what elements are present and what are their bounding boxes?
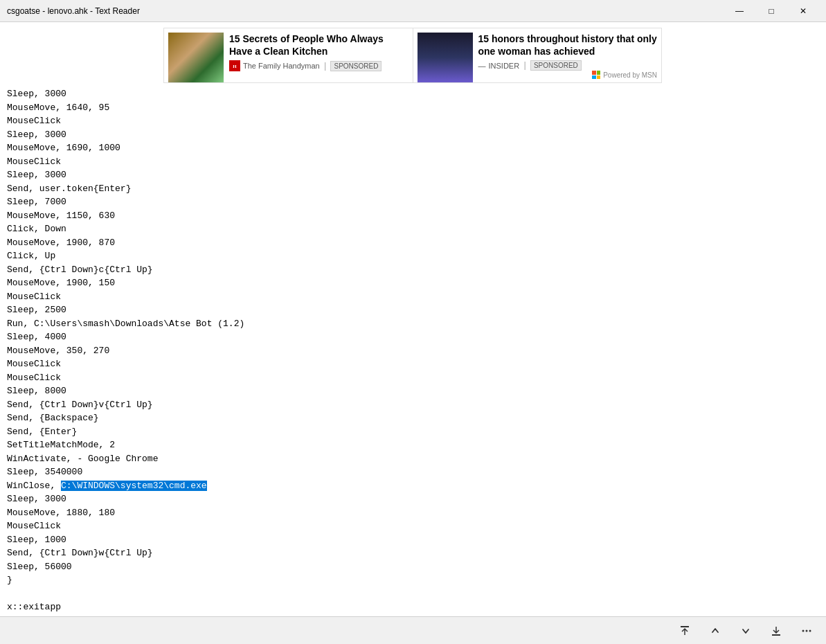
go-to-top-icon (679, 625, 690, 636)
msn-logo-icon (591, 70, 601, 80)
title-bar: csgoatse - lenovo.ahk - Text Reader — □ … (0, 0, 826, 22)
svg-point-4 (802, 629, 805, 632)
code-line: MouseMove, 1150, 630 (7, 209, 819, 223)
code-line: Send, {Ctrl Down}v{Ctrl Up} (7, 398, 819, 412)
ad-sponsored-2: SPONSORED (530, 60, 582, 71)
code-line: Send, {Ctrl Down}w{Ctrl Up} (7, 546, 819, 560)
code-line-highlighted: WinClose, C:\WINDOWS\system32\cmd.exe (7, 479, 819, 493)
close-button[interactable]: ✕ (787, 0, 819, 22)
code-line: MouseClick (7, 290, 819, 304)
code-line: Sleep, 8000 (7, 384, 819, 398)
svg-text:H: H (233, 64, 237, 69)
scroll-down-icon (740, 625, 751, 636)
code-line: Sleep, 3000 (7, 492, 819, 506)
ad-sponsored-1: SPONSORED (330, 61, 381, 71)
svg-point-6 (809, 629, 811, 632)
go-to-bottom-icon (771, 625, 782, 636)
svg-point-5 (806, 629, 808, 632)
main-area: 15 Secrets of People Who Always Have a C… (0, 22, 826, 616)
title-bar-controls: — □ ✕ (724, 0, 819, 22)
ad-content-2: 15 honors throughout history that only o… (478, 33, 658, 71)
more-options-icon (801, 625, 812, 636)
ad-banner: 15 Secrets of People Who Always Have a C… (163, 28, 662, 83)
code-line: MouseMove, 1690, 1000 (7, 141, 819, 155)
more-options-button[interactable] (798, 623, 815, 639)
title-bar-text: csgoatse - lenovo.ahk - Text Reader (7, 6, 724, 16)
code-line: Sleep, 3000 (7, 168, 819, 182)
code-line: } (7, 573, 819, 587)
ad-source-1: H The Family Handyman | SPONSORED (229, 60, 408, 71)
code-line: Sleep, 7000 (7, 195, 819, 209)
scroll-down-button[interactable] (737, 623, 754, 639)
ad-item-1[interactable]: 15 Secrets of People Who Always Have a C… (164, 28, 413, 82)
code-line: MouseClick (7, 155, 819, 169)
bottom-toolbar (0, 616, 826, 644)
scroll-up-icon (710, 625, 721, 636)
highlighted-text: C:\WINDOWS\system32\cmd.exe (61, 481, 207, 491)
code-line: x::exitapp (7, 600, 819, 614)
code-line: Sleep, 2500 (7, 303, 819, 317)
code-line (7, 587, 819, 601)
powered-by-msn: Powered by MSN (591, 70, 657, 80)
code-line: Send, {Enter} (7, 425, 819, 439)
code-line: MouseClick (7, 371, 819, 385)
code-line: Click, Down (7, 222, 819, 236)
code-line: MouseClick (7, 357, 819, 371)
ad-source-name-2: INSIDER (489, 62, 520, 70)
code-line: Sleep, 4000 (7, 330, 819, 344)
ad-title-2: 15 honors throughout history that only o… (478, 33, 658, 57)
code-line: MouseMove, 1880, 180 (7, 506, 819, 520)
ad-thumbnail-2 (418, 33, 473, 82)
ad-title-1: 15 Secrets of People Who Always Have a C… (229, 33, 408, 57)
code-line: Sleep, 1000 (7, 533, 819, 547)
code-area: Sleep, 3000MouseMove, 1640, 95MouseClick… (4, 87, 822, 614)
code-line: MouseClick (7, 114, 819, 128)
ad-content-1: 15 Secrets of People Who Always Have a C… (229, 33, 408, 71)
go-to-top-button[interactable] (676, 623, 693, 639)
code-line: Send, user.token{Enter} (7, 182, 819, 196)
ad-source-name-1: The Family Handyman (243, 62, 320, 70)
scroll-up-button[interactable] (707, 623, 724, 639)
go-to-bottom-button[interactable] (768, 623, 784, 639)
maximize-button[interactable]: □ (755, 0, 787, 22)
code-line: Run, C:\Users\smash\Downloads\Atse Bot (… (7, 317, 819, 331)
code-line: Click, Up (7, 249, 819, 263)
minimize-button[interactable]: — (724, 0, 755, 22)
code-line: MouseMove, 1900, 870 (7, 236, 819, 250)
code-line: MouseMove, 350, 270 (7, 344, 819, 358)
ad-thumbnail-1 (168, 33, 224, 82)
code-line: Sleep, 3000 (7, 128, 819, 142)
code-line: Sleep, 3000 (7, 87, 819, 101)
ad-source-icon-1: H (229, 60, 240, 71)
code-line: Sleep, 3540000 (7, 465, 819, 479)
code-line: MouseMove, 1900, 150 (7, 276, 819, 290)
code-line: WinActivate, - Google Chrome (7, 452, 819, 466)
code-line: MouseMove, 1640, 95 (7, 101, 819, 115)
code-line: SetTitleMatchMode, 2 (7, 438, 819, 452)
code-line: MouseClick (7, 519, 819, 533)
code-line: Send, {Backspace} (7, 411, 819, 425)
code-line: Send, {Ctrl Down}c{Ctrl Up} (7, 263, 819, 277)
code-line: Sleep, 56000 (7, 560, 819, 574)
